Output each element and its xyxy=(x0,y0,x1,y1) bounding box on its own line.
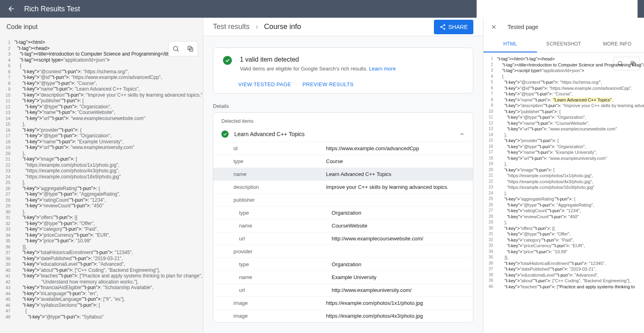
detail-row: nameExample University xyxy=(213,271,473,283)
tested-page-code[interactable]: 1234567891011121314151617181920212223242… xyxy=(483,53,644,333)
view-tested-page-button[interactable]: VIEW TESTED PAGE xyxy=(238,81,291,87)
back-arrow-icon[interactable] xyxy=(6,4,16,14)
detail-row: nameCourseWebsite xyxy=(213,219,473,232)
learn-more-link[interactable]: Learn more xyxy=(369,66,396,72)
svg-point-7 xyxy=(559,7,560,8)
code-editor[interactable]: 1234567891011121314151617181920212223242… xyxy=(0,36,203,333)
results-header: Test results › Course info SHARE xyxy=(203,18,483,36)
chevron-up-icon xyxy=(459,131,465,137)
code-input-heading: Code input xyxy=(0,18,203,36)
apps-grid-icon[interactable] xyxy=(553,3,562,12)
detected-items-heading: Detected items xyxy=(213,113,473,126)
svg-point-10 xyxy=(559,10,560,11)
svg-point-4 xyxy=(559,5,560,6)
preview-results-button[interactable]: PREVIEW RESULTS xyxy=(302,81,353,87)
svg-point-5 xyxy=(554,7,555,8)
detail-row: publisher xyxy=(213,193,473,206)
tab-more-info[interactable]: MORE INFO xyxy=(590,36,644,52)
detail-row: idhttps://www.example.com/advancedCpp xyxy=(213,142,473,155)
status-subtitle: Valid items are eligible for Google Sear… xyxy=(240,66,396,72)
app-title: Rich Results Test xyxy=(24,5,477,13)
detail-row: urlhttp://www.examplecoursewebsite.com/ xyxy=(213,232,473,245)
status-title: 1 valid item detected xyxy=(240,56,396,63)
svg-point-9 xyxy=(557,10,558,11)
breadcrumb-root[interactable]: Test results xyxy=(213,23,250,31)
detail-row: imagehttps://example.com/photos/4x3/phot… xyxy=(213,309,473,322)
status-card: 1 valid item detected Valid items are el… xyxy=(213,48,473,93)
svg-point-14 xyxy=(444,24,445,26)
svg-point-16 xyxy=(444,28,445,29)
svg-point-8 xyxy=(554,10,555,11)
svg-point-15 xyxy=(440,26,442,28)
svg-point-2 xyxy=(554,5,555,6)
detail-row: descriptionImprove your C++ skills by le… xyxy=(213,180,473,193)
top-bar: Rich Results Test xyxy=(0,0,644,18)
detail-row: nameLearn Advanced C++ Topics xyxy=(213,168,473,180)
check-icon xyxy=(221,130,229,138)
detail-row: urlhttp://www.exampleuniversity.com/ xyxy=(213,283,473,296)
detected-item-header[interactable]: Learn Advanced C++ Topics xyxy=(213,126,473,142)
results-pane: Test results › Course info SHARE 1 valid… xyxy=(203,18,483,333)
tested-page-title: Tested page xyxy=(508,24,538,30)
detected-item-title: Learn Advanced C++ Topics xyxy=(234,131,305,137)
detail-row: typeCourse xyxy=(213,155,473,168)
details-label: Details xyxy=(213,103,473,109)
breadcrumb-current: Course info xyxy=(264,23,301,31)
tested-page-pane: Tested page HTML SCREENSHOT MORE INFO 12… xyxy=(483,18,644,333)
tab-screenshot[interactable]: SCREENSHOT xyxy=(537,36,590,52)
detected-items-card: Detected items Learn Advanced C++ Topics… xyxy=(213,112,473,323)
svg-point-6 xyxy=(557,7,558,8)
share-button[interactable]: SHARE xyxy=(434,20,473,34)
detail-row: imagehttps://example.com/photos/1x1/phot… xyxy=(213,296,473,309)
code-input-pane: Code input 12345678910111213141516171819… xyxy=(0,18,203,333)
detail-row: provider xyxy=(213,245,473,258)
tested-page-tabs: HTML SCREENSHOT MORE INFO xyxy=(483,36,644,53)
close-icon[interactable] xyxy=(490,23,498,31)
svg-point-3 xyxy=(557,5,558,6)
tab-html[interactable]: HTML xyxy=(483,36,537,52)
chevron-right-icon: › xyxy=(256,23,258,31)
check-icon xyxy=(223,56,232,65)
detail-row: typeOrganization xyxy=(213,206,473,219)
detail-row: typeOrganization xyxy=(213,258,473,271)
